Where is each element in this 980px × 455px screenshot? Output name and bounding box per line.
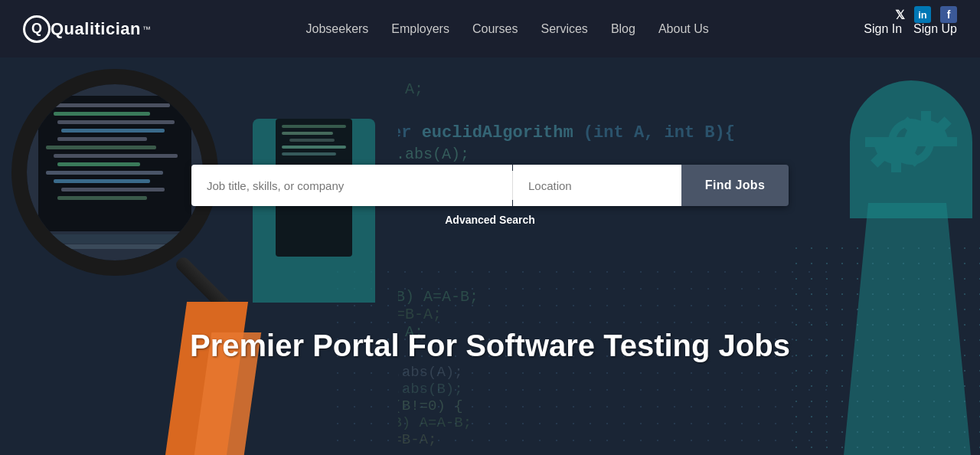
- social-icons-area: 𝕏 in f: [895, 6, 957, 23]
- logo-circle: Q: [23, 15, 51, 43]
- sign-in-link[interactable]: Sign In: [864, 22, 902, 36]
- nav-blog[interactable]: Blog: [611, 22, 635, 36]
- nav-employers[interactable]: Employers: [391, 22, 449, 36]
- auth-links: Sign In Sign Up: [864, 22, 957, 36]
- twitter-x-icon[interactable]: 𝕏: [895, 8, 905, 22]
- hero-title: Premier Portal For Software Testing Jobs: [0, 329, 980, 363]
- nav-services[interactable]: Services: [541, 22, 588, 36]
- nav-courses[interactable]: Courses: [472, 22, 518, 36]
- search-bar: Find Jobs: [191, 165, 789, 206]
- job-search-input[interactable]: [191, 165, 512, 206]
- location-search-input[interactable]: [513, 165, 681, 206]
- logo-text: Qualitician: [51, 19, 141, 39]
- site-header: 𝕏 in f Q Qualitician ™ Jobseekers Employ…: [0, 0, 980, 57]
- search-section: Find Jobs Advanced Search: [0, 165, 980, 226]
- advanced-search-link[interactable]: Advanced Search: [445, 214, 535, 226]
- find-jobs-button[interactable]: Find Jobs: [681, 165, 789, 206]
- logo-trademark: ™: [142, 25, 151, 34]
- hero-section: return A; } integer euclidAlgorithm (int…: [0, 0, 980, 455]
- sign-up-link[interactable]: Sign Up: [913, 22, 957, 36]
- nav-jobseekers[interactable]: Jobseekers: [306, 22, 369, 36]
- linkedin-icon[interactable]: in: [914, 6, 931, 23]
- main-nav: Jobseekers Employers Courses Services Bl…: [306, 22, 709, 36]
- logo-area[interactable]: Q Qualitician ™: [23, 15, 151, 43]
- facebook-icon[interactable]: f: [940, 6, 957, 23]
- nav-about[interactable]: About Us: [658, 22, 709, 36]
